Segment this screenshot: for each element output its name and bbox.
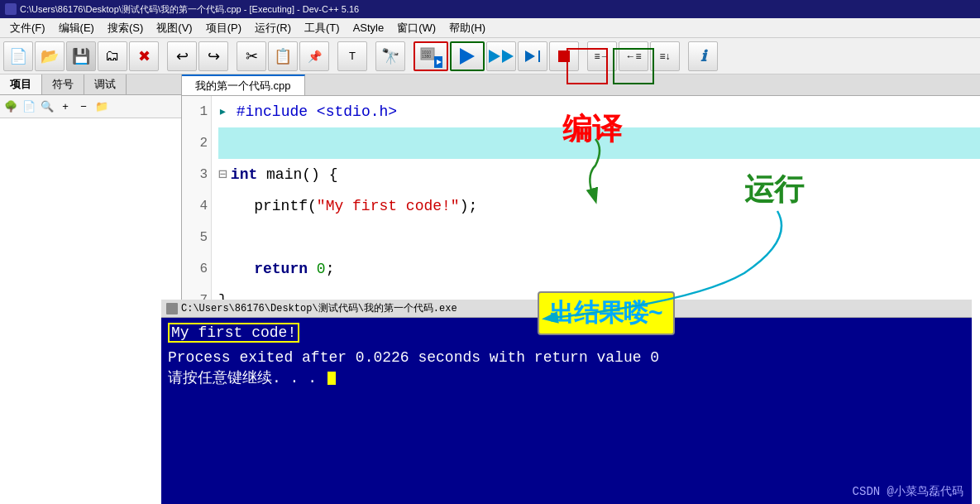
sidebar-search-icon[interactable]: 🔍 — [39, 98, 55, 115]
align-button[interactable]: ≡↓ — [650, 41, 680, 71]
info-button[interactable]: ℹ — [688, 41, 718, 71]
indent-button[interactable]: T — [337, 41, 367, 71]
sidebar-content — [0, 118, 181, 504]
menu-view[interactable]: 视图(V) — [150, 19, 198, 37]
title-text: C:\Users\86176\Desktop\测试代码\我的第一个代码.cpp … — [20, 3, 359, 16]
undo-button[interactable]: ↩ — [167, 41, 197, 71]
console-body: My first code! Process exited after 0.02… — [161, 318, 972, 504]
search-button[interactable]: 🔭 — [375, 41, 405, 71]
code-line-6: return 0; — [218, 253, 980, 285]
save-button[interactable]: 💾 — [66, 41, 96, 71]
menu-astyle[interactable]: AStyle — [347, 20, 391, 36]
menu-run[interactable]: 运行(R) — [248, 19, 298, 37]
menu-tools[interactable]: 工具(T) — [298, 19, 347, 37]
line-num-3: 3 — [199, 159, 208, 190]
code-line-1: ▸ #include <stdio.h> — [218, 96, 980, 127]
csdn-watermark: CSDN @小菜鸟磊代码 — [853, 484, 963, 499]
indent-more-button[interactable]: ≡→ — [587, 41, 617, 71]
code-line-4: printf("My first code!"); — [218, 190, 980, 222]
stop-button[interactable] — [549, 41, 579, 71]
code-line-5 — [218, 222, 980, 253]
sidebar-tab-debug[interactable]: 调试 — [84, 74, 127, 94]
save-all-button[interactable]: 🗂 — [98, 41, 127, 71]
sidebar-tree-icon[interactable]: 🌳 — [2, 98, 19, 115]
sidebar-remove-icon[interactable]: − — [75, 98, 92, 115]
console-area: C:\Users\86176\Desktop\测试代码\我的第一个代码.exe … — [161, 300, 972, 504]
run-button[interactable] — [450, 41, 485, 71]
line-num-2: 2 — [199, 127, 208, 159]
svg-text:1380: 1380 — [422, 54, 431, 59]
paste-button[interactable]: 📌 — [299, 41, 329, 71]
code-line-3: ⊟int main() { — [218, 159, 980, 190]
console-output-highlighted: My first code! — [168, 323, 965, 343]
indent-less-button[interactable]: ←≡ — [619, 41, 648, 71]
code-tab-bar: 我的第一个代码.cpp — [182, 74, 980, 96]
open-button[interactable]: 📂 — [35, 41, 65, 71]
line-num-4: 4 — [199, 190, 208, 222]
app-icon — [5, 3, 17, 15]
redo-button[interactable]: ↪ — [198, 41, 228, 71]
console-output-line3: 请按任意键继续. . . — [168, 367, 965, 387]
menu-search[interactable]: 搜索(S) — [101, 19, 150, 37]
sidebar-tab-symbol[interactable]: 符号 — [42, 74, 84, 94]
console-highlight-box: My first code! — [168, 323, 299, 343]
menu-file[interactable]: 文件(F) — [3, 19, 52, 37]
console-title-text: C:\Users\86176\Desktop\测试代码\我的第一个代码.exe — [181, 301, 457, 315]
menu-bar: 文件(F) 编辑(E) 搜索(S) 视图(V) 项目(P) 运行(R) 工具(T… — [0, 18, 980, 38]
toolbar: 📄 📂 💾 🗂 ✖ ↩ ↪ ✂ 📋 📌 T 🔭 1010 1380 — [0, 38, 980, 74]
console-cursor — [327, 372, 336, 385]
sidebar-add-icon[interactable]: + — [57, 98, 74, 115]
sidebar: 项目 符号 调试 🌳 📄 🔍 + − 📁 — [0, 74, 182, 504]
menu-help[interactable]: 帮助(H) — [442, 19, 492, 37]
sidebar-tabs: 项目 符号 调试 — [0, 74, 181, 95]
line-num-1: 1 — [199, 96, 208, 127]
new-file-button[interactable]: 📄 — [3, 41, 33, 71]
step-into-button[interactable] — [518, 41, 547, 71]
code-tab-main[interactable]: 我的第一个代码.cpp — [182, 74, 305, 95]
close-button[interactable]: ✖ — [129, 41, 159, 71]
line-num-5: 5 — [199, 222, 208, 253]
console-titlebar: C:\Users\86176\Desktop\测试代码\我的第一个代码.exe — [161, 300, 972, 318]
console-output-line2: Process exited after 0.0226 seconds with… — [168, 349, 965, 366]
menu-window[interactable]: 窗口(W) — [390, 19, 442, 37]
sidebar-toolbar: 🌳 📄 🔍 + − 📁 — [0, 95, 181, 118]
compile-button[interactable]: 1010 1380 — [414, 41, 448, 71]
sidebar-file-icon[interactable]: 📄 — [21, 98, 37, 115]
line-num-6: 6 — [199, 253, 208, 285]
sidebar-folder-icon[interactable]: 📁 — [93, 98, 110, 115]
sidebar-tab-project[interactable]: 项目 — [0, 74, 42, 94]
cut-button[interactable]: ✂ — [237, 41, 266, 71]
menu-project[interactable]: 项目(P) — [199, 19, 248, 37]
title-bar: C:\Users\86176\Desktop\测试代码\我的第一个代码.cpp … — [0, 0, 980, 18]
code-line-2 — [218, 127, 980, 159]
copy-button[interactable]: 📋 — [268, 41, 298, 71]
compile-run-button[interactable] — [486, 41, 516, 71]
console-icon — [166, 303, 178, 314]
menu-edit[interactable]: 编辑(E) — [52, 19, 101, 37]
